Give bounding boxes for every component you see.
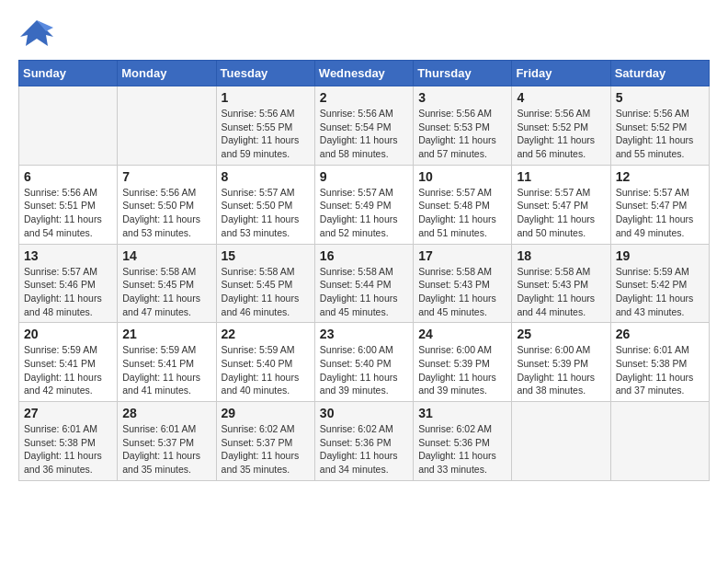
day-number: 22 (222, 327, 310, 341)
logo (18, 18, 61, 51)
day-info: Sunrise: 5:58 AM Sunset: 5:45 PM Dayligh… (122, 265, 210, 319)
day-info: Sunrise: 5:58 AM Sunset: 5:45 PM Dayligh… (222, 265, 310, 319)
calendar-cell: 15Sunrise: 5:58 AM Sunset: 5:45 PM Dayli… (216, 244, 314, 323)
day-number: 23 (320, 327, 408, 341)
calendar-cell: 10Sunrise: 5:57 AM Sunset: 5:48 PM Dayli… (414, 165, 512, 244)
day-number: 9 (320, 169, 408, 184)
calendar-cell: 2Sunrise: 5:56 AM Sunset: 5:54 PM Daylig… (314, 86, 413, 166)
calendar-cell: 22Sunrise: 5:59 AM Sunset: 5:40 PM Dayli… (216, 323, 314, 402)
calendar-cell (512, 402, 610, 481)
day-number: 10 (418, 169, 506, 184)
day-number: 6 (24, 169, 112, 184)
calendar-cell: 17Sunrise: 5:58 AM Sunset: 5:43 PM Dayli… (414, 244, 512, 323)
day-number: 3 (418, 90, 506, 105)
day-info: Sunrise: 5:59 AM Sunset: 5:42 PM Dayligh… (616, 265, 704, 319)
day-number: 24 (418, 327, 506, 341)
day-number: 31 (418, 406, 506, 420)
day-info: Sunrise: 5:59 AM Sunset: 5:40 PM Dayligh… (222, 343, 310, 397)
day-info: Sunrise: 5:56 AM Sunset: 5:50 PM Dayligh… (122, 186, 210, 240)
day-number: 19 (616, 248, 704, 263)
calendar-cell: 31Sunrise: 6:02 AM Sunset: 5:36 PM Dayli… (414, 402, 512, 481)
calendar-cell: 4Sunrise: 5:56 AM Sunset: 5:52 PM Daylig… (512, 86, 610, 166)
day-number: 17 (418, 248, 506, 263)
calendar-cell: 28Sunrise: 6:01 AM Sunset: 5:37 PM Dayli… (118, 402, 216, 481)
calendar-cell: 14Sunrise: 5:58 AM Sunset: 5:45 PM Dayli… (118, 244, 216, 323)
day-info: Sunrise: 6:01 AM Sunset: 5:38 PM Dayligh… (616, 343, 704, 397)
calendar-cell: 26Sunrise: 6:01 AM Sunset: 5:38 PM Dayli… (610, 323, 709, 402)
day-number: 7 (122, 169, 210, 184)
calendar-cell: 23Sunrise: 6:00 AM Sunset: 5:40 PM Dayli… (314, 323, 413, 402)
calendar-cell: 24Sunrise: 6:00 AM Sunset: 5:39 PM Dayli… (414, 323, 512, 402)
page-header (18, 18, 710, 51)
calendar-cell: 6Sunrise: 5:56 AM Sunset: 5:51 PM Daylig… (19, 165, 118, 244)
calendar-cell: 13Sunrise: 5:57 AM Sunset: 5:46 PM Dayli… (19, 244, 118, 323)
calendar-week-row: 27Sunrise: 6:01 AM Sunset: 5:38 PM Dayli… (19, 402, 710, 481)
day-info: Sunrise: 5:57 AM Sunset: 5:48 PM Dayligh… (418, 186, 506, 240)
day-info: Sunrise: 5:57 AM Sunset: 5:49 PM Dayligh… (320, 186, 408, 240)
day-info: Sunrise: 6:01 AM Sunset: 5:37 PM Dayligh… (122, 422, 210, 477)
calendar-cell: 5Sunrise: 5:56 AM Sunset: 5:52 PM Daylig… (610, 86, 709, 166)
calendar-week-row: 1Sunrise: 5:56 AM Sunset: 5:55 PM Daylig… (19, 86, 710, 166)
day-info: Sunrise: 5:58 AM Sunset: 5:44 PM Dayligh… (320, 265, 408, 319)
day-number: 12 (616, 169, 704, 184)
day-number: 5 (616, 90, 704, 105)
column-header-wednesday: Wednesday (314, 61, 413, 86)
svg-marker-0 (20, 20, 53, 46)
day-info: Sunrise: 6:01 AM Sunset: 5:38 PM Dayligh… (24, 422, 112, 477)
calendar-header-row: SundayMondayTuesdayWednesdayThursdayFrid… (19, 61, 710, 86)
day-number: 25 (517, 327, 605, 341)
calendar-week-row: 6Sunrise: 5:56 AM Sunset: 5:51 PM Daylig… (19, 165, 710, 244)
logo-icon (18, 18, 55, 51)
day-number: 18 (517, 248, 605, 263)
day-info: Sunrise: 5:58 AM Sunset: 5:43 PM Dayligh… (418, 265, 506, 319)
day-info: Sunrise: 6:00 AM Sunset: 5:39 PM Dayligh… (418, 343, 506, 397)
calendar-cell: 20Sunrise: 5:59 AM Sunset: 5:41 PM Dayli… (19, 323, 118, 402)
calendar-cell: 30Sunrise: 6:02 AM Sunset: 5:36 PM Dayli… (314, 402, 413, 481)
calendar-cell: 9Sunrise: 5:57 AM Sunset: 5:49 PM Daylig… (314, 165, 413, 244)
day-info: Sunrise: 5:59 AM Sunset: 5:41 PM Dayligh… (24, 343, 112, 397)
day-info: Sunrise: 6:00 AM Sunset: 5:39 PM Dayligh… (517, 343, 605, 397)
day-number: 21 (122, 327, 210, 341)
calendar-cell: 16Sunrise: 5:58 AM Sunset: 5:44 PM Dayli… (314, 244, 413, 323)
calendar-cell: 25Sunrise: 6:00 AM Sunset: 5:39 PM Dayli… (512, 323, 610, 402)
calendar-cell: 3Sunrise: 5:56 AM Sunset: 5:53 PM Daylig… (414, 86, 512, 166)
calendar-cell: 1Sunrise: 5:56 AM Sunset: 5:55 PM Daylig… (216, 86, 314, 166)
column-header-sunday: Sunday (19, 61, 118, 86)
day-info: Sunrise: 5:56 AM Sunset: 5:54 PM Dayligh… (320, 107, 408, 161)
day-number: 14 (122, 248, 210, 263)
day-info: Sunrise: 5:56 AM Sunset: 5:52 PM Dayligh… (517, 107, 605, 161)
day-number: 27 (24, 406, 112, 420)
day-number: 28 (122, 406, 210, 420)
day-info: Sunrise: 6:02 AM Sunset: 5:36 PM Dayligh… (418, 422, 506, 477)
day-number: 11 (517, 169, 605, 184)
calendar-cell: 11Sunrise: 5:57 AM Sunset: 5:47 PM Dayli… (512, 165, 610, 244)
calendar-week-row: 20Sunrise: 5:59 AM Sunset: 5:41 PM Dayli… (19, 323, 710, 402)
day-number: 16 (320, 248, 408, 263)
day-number: 29 (222, 406, 310, 420)
calendar-cell: 29Sunrise: 6:02 AM Sunset: 5:37 PM Dayli… (216, 402, 314, 481)
calendar-week-row: 13Sunrise: 5:57 AM Sunset: 5:46 PM Dayli… (19, 244, 710, 323)
calendar-cell: 7Sunrise: 5:56 AM Sunset: 5:50 PM Daylig… (118, 165, 216, 244)
calendar-cell (118, 86, 216, 166)
day-number: 1 (222, 90, 310, 105)
day-number: 20 (24, 327, 112, 341)
day-info: Sunrise: 5:58 AM Sunset: 5:43 PM Dayligh… (517, 265, 605, 319)
calendar-body: 1Sunrise: 5:56 AM Sunset: 5:55 PM Daylig… (19, 86, 710, 481)
calendar-cell (19, 86, 118, 166)
day-info: Sunrise: 5:56 AM Sunset: 5:51 PM Dayligh… (24, 186, 112, 240)
day-number: 26 (616, 327, 704, 341)
column-header-thursday: Thursday (414, 61, 512, 86)
day-number: 13 (24, 248, 112, 263)
column-header-tuesday: Tuesday (216, 61, 314, 86)
calendar-cell: 21Sunrise: 5:59 AM Sunset: 5:41 PM Dayli… (118, 323, 216, 402)
day-number: 4 (517, 90, 605, 105)
column-header-monday: Monday (118, 61, 216, 86)
day-info: Sunrise: 5:57 AM Sunset: 5:50 PM Dayligh… (222, 186, 310, 240)
day-info: Sunrise: 5:59 AM Sunset: 5:41 PM Dayligh… (122, 343, 210, 397)
calendar-cell: 18Sunrise: 5:58 AM Sunset: 5:43 PM Dayli… (512, 244, 610, 323)
day-info: Sunrise: 5:56 AM Sunset: 5:53 PM Dayligh… (418, 107, 506, 161)
calendar-cell: 19Sunrise: 5:59 AM Sunset: 5:42 PM Dayli… (610, 244, 709, 323)
calendar-cell: 8Sunrise: 5:57 AM Sunset: 5:50 PM Daylig… (216, 165, 314, 244)
column-header-friday: Friday (512, 61, 610, 86)
day-number: 8 (222, 169, 310, 184)
